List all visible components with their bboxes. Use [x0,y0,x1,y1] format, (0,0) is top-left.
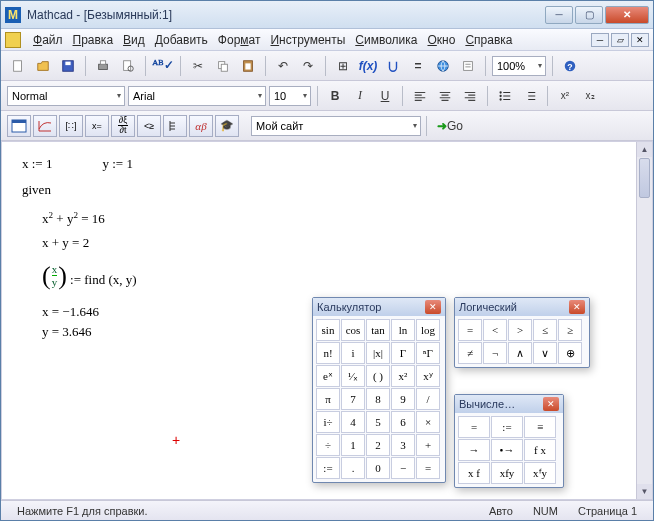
evaluation-cell[interactable]: → [458,439,490,461]
evaluation-cell[interactable]: •→ [491,439,523,461]
menu-help[interactable]: Справка [461,31,516,49]
cut-button[interactable]: ✂ [187,55,209,77]
programming-palette-button[interactable] [163,115,187,137]
align-regions-button[interactable]: ⊞ [332,55,354,77]
logic-cell[interactable]: ≤ [533,319,557,341]
calculator-cell[interactable]: i÷ [316,411,340,433]
calculator-close-button[interactable]: ✕ [425,300,441,314]
copy-button[interactable] [212,55,234,77]
calculator-cell[interactable]: π [316,388,340,410]
evaluation-palette-button[interactable]: x= [85,115,109,137]
calculator-cell[interactable]: = [416,457,440,479]
insert-component-button[interactable] [457,55,479,77]
logic-cell[interactable]: ¬ [483,342,507,364]
eq-line[interactable]: x + y = 2 [42,235,632,251]
vertical-scrollbar[interactable]: ▲ ▼ [636,142,652,499]
bullets-button[interactable] [494,85,516,107]
calculator-cell[interactable]: |x| [366,342,390,364]
expr-x-assign[interactable]: x := 1 [22,156,52,172]
mdi-minimize-button[interactable]: ─ [591,33,609,47]
align-right-button[interactable] [459,85,481,107]
given-keyword[interactable]: given [22,182,632,198]
symbolic-palette-button[interactable]: 🎓 [215,115,239,137]
logic-close-button[interactable]: ✕ [569,300,585,314]
calculator-cell[interactable]: 8 [366,388,390,410]
menu-view[interactable]: Вид [119,31,149,49]
evaluation-cell[interactable]: f x [524,439,556,461]
calculator-cell[interactable]: eˣ [316,365,340,387]
titlebar[interactable]: M Mathcad - [Безымянный:1] ─ ▢ ✕ [1,1,653,29]
logic-cell[interactable]: ≥ [558,319,582,341]
calculator-cell[interactable]: i [341,342,365,364]
menu-window[interactable]: Окно [423,31,459,49]
menu-format[interactable]: Формат [214,31,265,49]
evaluation-cell[interactable]: xᶠy [524,462,556,484]
maximize-button[interactable]: ▢ [575,6,603,24]
redo-button[interactable]: ↷ [297,55,319,77]
align-center-button[interactable] [434,85,456,107]
evaluation-panel[interactable]: Вычисле…✕ =:=≡→•→f xx fxfyxᶠy [454,394,564,488]
menu-insert[interactable]: Добавить [151,31,212,49]
insert-hyperlink-button[interactable] [432,55,454,77]
calculus-palette-button[interactable]: ∂ξ∂t [111,115,135,137]
italic-button[interactable]: I [349,85,371,107]
open-button[interactable] [32,55,54,77]
print-preview-button[interactable] [117,55,139,77]
superscript-button[interactable]: x² [554,85,576,107]
numbering-button[interactable] [519,85,541,107]
go-button[interactable]: ➜Go [432,115,468,137]
evaluation-cell[interactable]: x f [458,462,490,484]
calculator-cell[interactable]: + [416,434,440,456]
calculator-cell[interactable]: × [416,411,440,433]
font-combo[interactable]: Arial [128,86,266,106]
calculator-cell[interactable]: x² [391,365,415,387]
calculator-cell[interactable]: ⁿΓ [416,342,440,364]
menu-file[interactable]: Фdocument.currentScript.previousSibling.… [29,31,67,49]
calculate-button[interactable]: = [407,55,429,77]
scroll-down-button[interactable]: ▼ [637,484,652,499]
calculator-cell[interactable]: ÷ [316,434,340,456]
help-button[interactable]: ? [559,55,581,77]
fontsize-combo[interactable]: 10 [269,86,311,106]
calculator-cell[interactable]: 0 [366,457,390,479]
eq-circle[interactable]: x2 + y2 = 16 [42,210,632,227]
calculator-cell[interactable]: − [391,457,415,479]
underline-button[interactable]: U [374,85,396,107]
mysite-combo[interactable]: Мой сайт [251,116,421,136]
style-combo[interactable]: Normal [7,86,125,106]
calculator-cell[interactable]: sin [316,319,340,341]
align-left-button[interactable] [409,85,431,107]
scroll-thumb[interactable] [639,158,650,198]
logic-panel[interactable]: Логический✕ =<>≤≥≠¬∧∨⊕ [454,297,590,368]
save-button[interactable] [57,55,79,77]
calculator-cell[interactable]: 9 [391,388,415,410]
logic-cell[interactable]: = [458,319,482,341]
calculator-cell[interactable]: 4 [341,411,365,433]
logic-cell[interactable]: ∧ [508,342,532,364]
calculator-cell[interactable]: ¹⁄ₓ [341,365,365,387]
subscript-button[interactable]: x₂ [579,85,601,107]
find-assign[interactable]: ( xy ) := find (x, y) [42,263,632,288]
new-button[interactable] [7,55,29,77]
evaluation-cell[interactable]: xfy [491,462,523,484]
undo-button[interactable]: ↶ [272,55,294,77]
evaluation-cell[interactable]: = [458,416,490,438]
spellcheck-button[interactable]: ᴬᴮ✓ [152,55,174,77]
calculator-cell[interactable]: := [316,457,340,479]
mdi-restore-button[interactable]: ▱ [611,33,629,47]
calculator-cell[interactable]: tan [366,319,390,341]
calculator-cell[interactable]: Γ [391,342,415,364]
menu-symbolic[interactable]: Символика [351,31,421,49]
logic-cell[interactable]: ⊕ [558,342,582,364]
evaluation-cell[interactable]: := [491,416,523,438]
scroll-up-button[interactable]: ▲ [637,142,652,157]
calculator-cell[interactable]: / [416,388,440,410]
calculator-cell[interactable]: n! [316,342,340,364]
expr-y-assign[interactable]: y := 1 [102,156,132,172]
calculator-cell[interactable]: ( ) [366,365,390,387]
calculator-cell[interactable]: ln [391,319,415,341]
calculator-panel[interactable]: Калькулятор✕ sincostanlnlogn!i|x|ΓⁿΓeˣ¹⁄… [312,297,446,483]
evaluation-cell[interactable]: ≡ [524,416,556,438]
logic-cell[interactable]: < [483,319,507,341]
calculator-cell[interactable]: 3 [391,434,415,456]
